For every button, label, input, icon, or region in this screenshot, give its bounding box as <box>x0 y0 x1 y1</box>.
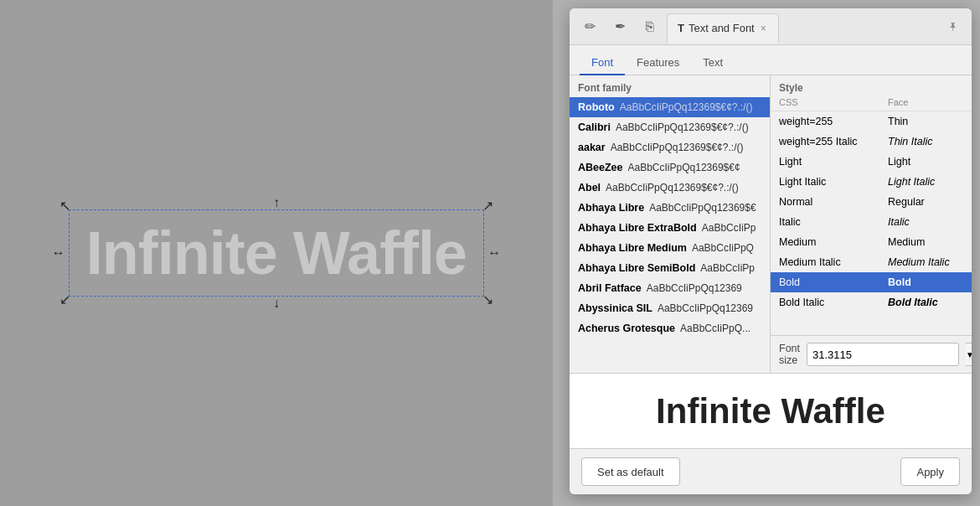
font-item[interactable]: RobotoAaBbCcIiPpQq12369$€¢?.:/() <box>570 97 770 117</box>
style-row[interactable]: LightLight <box>771 152 972 172</box>
apply-button[interactable]: Apply <box>900 457 960 486</box>
font-item-preview: AaBbCcIiPpQq12369 <box>647 282 742 294</box>
handle-top-center[interactable]: ↑ <box>272 199 281 207</box>
panel-header: ✏ ✒ ⎘ T Text and Font × 🖈 <box>570 8 972 45</box>
style-row[interactable]: BoldBold <box>771 272 972 292</box>
style-col-headers: CSS Face <box>771 94 972 111</box>
copy-icon-btn[interactable]: ⎘ <box>637 13 663 40</box>
style-face-name: Thin Italic <box>888 136 963 147</box>
style-face-name: Thin <box>888 116 963 127</box>
style-row[interactable]: weight=255 ItalicThin Italic <box>771 132 972 152</box>
style-css-name: Medium <box>779 236 888 248</box>
font-item-name: Abhaya Libre ExtraBold <box>578 222 697 234</box>
style-face-name: Regular <box>888 196 963 208</box>
font-item-preview: AaBbCcIiPpQq12369$€ <box>649 202 756 214</box>
font-size-input[interactable] <box>807 343 959 366</box>
panel-tab-label: Text and Font <box>689 22 755 34</box>
font-item[interactable]: ABeeZeeAaBbCcIiPpQq12369$€¢ <box>570 157 770 178</box>
arrow-topleft-icon: ↖ <box>59 199 70 213</box>
edit-icon-btn[interactable]: ✏ <box>576 13 603 40</box>
pin-icon: 🖈 <box>947 20 959 34</box>
font-item-name: Abhaya Libre SemiBold <box>578 262 695 274</box>
font-size-row: Font size ▼ <box>771 335 972 373</box>
panel-tab-text-font[interactable]: T Text and Font × <box>667 13 779 44</box>
font-item-name: Abel <box>578 182 601 194</box>
path-icon: ✒ <box>615 18 626 34</box>
font-item[interactable]: Abhaya Libre ExtraBoldAaBbCcIiPp <box>570 218 770 238</box>
font-size-dropdown[interactable]: ▼ <box>966 343 972 366</box>
text-selection-box[interactable]: ↖ ↑ ↗ ↔ ↔ ↙ ↓ ↘ Infinite Waffle <box>69 209 484 297</box>
font-item-name: Calibri <box>578 121 611 133</box>
handle-bottom-right[interactable]: ↘ <box>483 296 492 304</box>
style-face-name: Bold <box>888 276 963 288</box>
set-as-default-button[interactable]: Set as default <box>581 457 680 486</box>
style-face-name: Light <box>888 156 963 168</box>
style-row[interactable]: Medium ItalicMedium Italic <box>771 252 972 272</box>
font-item[interactable]: Abhaya Libre MediumAaBbCcIiPpQ <box>570 238 770 258</box>
sub-tab-font[interactable]: Font <box>580 51 625 75</box>
preview-text: Infinite Waffle <box>656 391 885 431</box>
font-item-preview: AaBbCcIiPpQ... <box>680 323 750 334</box>
style-header: Style <box>771 75 972 94</box>
arrow-topright-icon: ↗ <box>482 199 493 213</box>
edit-icon: ✏ <box>585 18 596 34</box>
font-item-preview: AaBbCcIiPpQq12369 <box>658 302 753 314</box>
font-family-header: Font family <box>570 75 770 97</box>
font-item[interactable]: aakarAaBbCcIiPpQq12369$€¢?.:/() <box>570 137 770 157</box>
font-item-preview: AaBbCcIiPp <box>702 222 756 234</box>
pin-button[interactable]: 🖈 <box>941 15 965 39</box>
sub-tab-features[interactable]: Features <box>625 51 691 75</box>
font-item-preview: AaBbCcIiPpQq12369$€¢?.:/() <box>611 142 744 153</box>
panel-content: Font family RobotoAaBbCcIiPpQq12369$€¢?.… <box>570 75 972 373</box>
font-item[interactable]: Abyssinica SILAaBbCcIiPpQq12369 <box>570 298 770 318</box>
handle-mid-right[interactable]: ↔ <box>490 249 498 257</box>
text-font-tab-icon: T <box>678 22 684 34</box>
style-css-name: weight=255 <box>779 116 888 127</box>
font-item[interactable]: Abhaya LibreAaBbCcIiPpQq12369$€ <box>570 198 770 218</box>
arrow-left-icon: ↔ <box>52 246 65 260</box>
font-item[interactable]: CalibriAaBbCcIiPpQq12369$€¢?.:/() <box>570 117 770 137</box>
style-face-name: Medium Italic <box>888 256 963 268</box>
font-item-preview: AaBbCcIiPpQq12369$€¢?.:/() <box>606 182 739 194</box>
handle-bottom-center[interactable]: ↓ <box>272 299 281 307</box>
style-row[interactable]: MediumMedium <box>771 232 972 252</box>
font-list[interactable]: RobotoAaBbCcIiPpQq12369$€¢?.:/()CalibriA… <box>570 97 770 373</box>
font-item-name: Abril Fatface <box>578 282 642 294</box>
font-item-preview: AaBbCcIiPpQ <box>692 242 754 254</box>
font-item[interactable]: Abril FatfaceAaBbCcIiPpQq12369 <box>570 278 770 298</box>
handle-mid-left[interactable]: ↔ <box>54 249 63 257</box>
chevron-down-icon: ▼ <box>966 350 972 359</box>
style-face-name: Medium <box>888 236 963 248</box>
handle-top-right[interactable]: ↗ <box>483 202 492 210</box>
handle-bottom-left[interactable]: ↙ <box>61 296 70 304</box>
font-item-preview: AaBbCcIiPpQq12369$€¢?.:/() <box>620 101 753 113</box>
style-row[interactable]: Light ItalicLight Italic <box>771 172 972 192</box>
font-item-name: Abhaya Libre Medium <box>578 242 687 254</box>
sub-tab-text[interactable]: Text <box>691 51 735 75</box>
font-item-preview: AaBbCcIiPpQq12369$€¢?.:/() <box>616 121 749 133</box>
preview-area: Infinite Waffle <box>570 373 972 448</box>
canvas: ⠿ ↖ ↑ ↗ ↔ ↔ ↙ ↓ ↘ <box>0 0 553 506</box>
style-row[interactable]: NormalRegular <box>771 192 972 212</box>
style-face-name: Bold Italic <box>888 297 963 308</box>
style-row[interactable]: weight=255Thin <box>771 111 972 132</box>
style-face-name: Light Italic <box>888 176 963 188</box>
panel-tab-close[interactable]: × <box>759 23 768 34</box>
handle-top-left[interactable]: ↖ <box>61 202 70 210</box>
css-col-header: CSS <box>779 97 888 107</box>
font-item-name: Acherus Grotesque <box>578 323 675 334</box>
font-item[interactable]: AbelAaBbCcIiPpQq12369$€¢?.:/() <box>570 178 770 198</box>
style-row[interactable]: Bold ItalicBold Italic <box>771 292 972 312</box>
arrow-bottom-icon: ↓ <box>273 297 280 310</box>
style-row[interactable]: ItalicItalic <box>771 212 972 232</box>
font-item[interactable]: Acherus GrotesqueAaBbCcIiPpQ... <box>570 318 770 338</box>
font-item[interactable]: Abhaya Libre SemiBoldAaBbCcIiPp <box>570 258 770 278</box>
font-item-preview: AaBbCcIiPpQq12369$€¢ <box>628 162 740 173</box>
style-table[interactable]: weight=255Thinweight=255 ItalicThin Ital… <box>771 111 972 335</box>
style-css-name: Normal <box>779 196 888 208</box>
path-icon-btn[interactable]: ✒ <box>606 13 633 40</box>
style-css-name: Light Italic <box>779 176 888 188</box>
canvas-text: Infinite Waffle <box>86 219 467 287</box>
font-size-label: Font size <box>779 343 800 366</box>
arrow-right-icon: ↔ <box>487 246 501 260</box>
